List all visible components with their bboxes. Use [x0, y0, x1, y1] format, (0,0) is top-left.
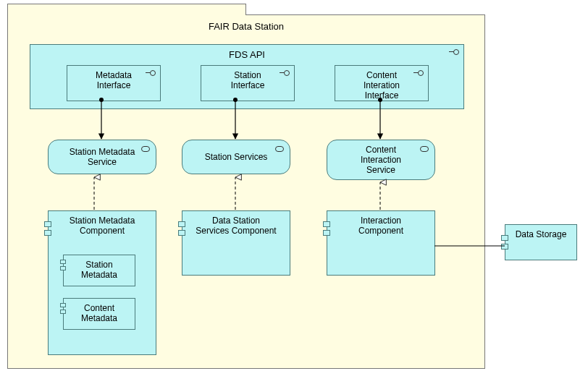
content-metadata-inner-label: ContentMetadata [81, 303, 117, 323]
provided-interface-icon [413, 70, 424, 76]
station-metadata-inner-label: StationMetadata [81, 260, 117, 280]
station-metadata-component: Station MetadataComponent StationMetadat… [48, 210, 156, 355]
data-station-services-component: Data StationServices Component [182, 210, 290, 276]
fds-api-box: FDS API MetadataInterface StationInterfa… [30, 44, 464, 109]
station-metadata-service: Station MetadataService [48, 140, 156, 174]
data-storage-component: Data Storage [505, 224, 577, 260]
api-title: FDS API [30, 49, 463, 60]
service-icon [420, 146, 429, 152]
component-lugs-icon [60, 260, 66, 273]
station-interface-label: StationInterface [231, 70, 265, 90]
provided-interface-icon [146, 70, 156, 76]
data-station-services-component-label: Data StationServices Component [196, 216, 276, 236]
interaction-component: InteractionComponent [327, 210, 435, 276]
content-interaction-service: ContentInteractionService [327, 140, 435, 180]
station-metadata-service-label: Station MetadataService [70, 147, 135, 167]
interaction-component-label: InteractionComponent [358, 216, 403, 236]
data-storage-label: Data Storage [516, 229, 567, 239]
fair-data-station-package: FAIR Data Station FDS API MetadataInterf… [7, 14, 485, 369]
service-icon [141, 146, 150, 152]
content-interaction-service-label: ContentInteractionService [361, 145, 401, 175]
service-icon [275, 146, 284, 152]
component-lugs-icon [60, 303, 66, 316]
station-interface: StationInterface [201, 65, 295, 101]
content-interaction-interface: ContentInterationInterface [335, 65, 429, 101]
provided-interface-icon [449, 49, 459, 55]
content-interaction-interface-label: ContentInterationInterface [364, 70, 400, 101]
provided-interface-icon [280, 70, 290, 76]
content-metadata-inner: ContentMetadata [63, 298, 135, 330]
station-services-label: Station Services [205, 152, 268, 162]
component-lugs-icon [178, 221, 185, 239]
package-title: FAIR Data Station [8, 21, 484, 32]
station-metadata-inner: StationMetadata [63, 255, 135, 286]
metadata-interface: MetadataInterface [67, 65, 161, 101]
component-lugs-icon [323, 221, 330, 239]
metadata-interface-label: MetadataInterface [96, 70, 132, 90]
station-services: Station Services [182, 140, 290, 174]
component-lugs-icon [44, 221, 51, 239]
package-tab [7, 4, 246, 15]
component-lugs-icon [501, 235, 508, 252]
station-metadata-component-label: Station MetadataComponent [70, 216, 135, 236]
